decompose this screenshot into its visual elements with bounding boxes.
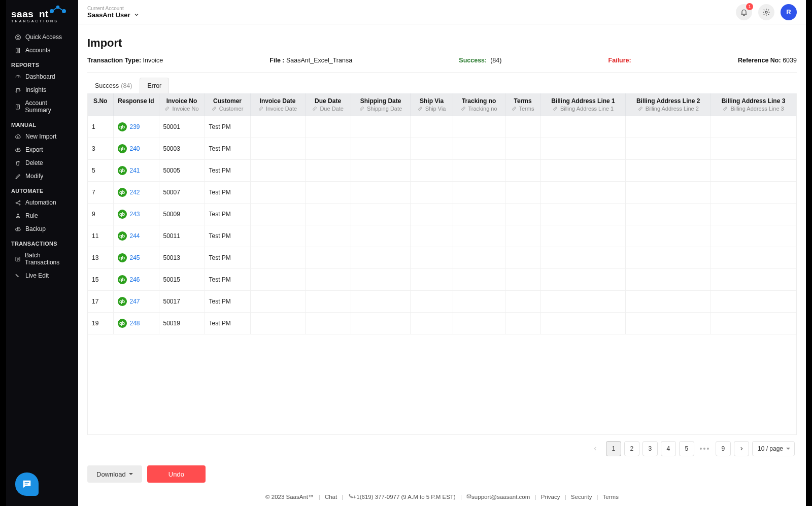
pagination: 12345 ••• 9 10 / page	[87, 435, 797, 462]
page-next[interactable]	[734, 441, 749, 456]
table-row: 13qb24550013Test PM	[88, 247, 796, 269]
download-button[interactable]: Download	[87, 465, 142, 483]
cell-empty	[250, 269, 305, 291]
sidebar-item-label: Quick Access	[25, 33, 62, 41]
sidebar-item-modify[interactable]: Modify	[6, 170, 78, 183]
cell-sno: 3	[88, 138, 113, 160]
page-number[interactable]: 4	[661, 441, 676, 456]
sidebar-item-quick-access[interactable]: Quick Access	[6, 30, 78, 44]
column-header[interactable]: Invoice Date Invoice Date	[250, 93, 305, 116]
column-header[interactable]: S.No	[88, 93, 113, 116]
list-icon	[14, 255, 21, 262]
doc-icon	[14, 103, 21, 110]
response-link[interactable]: 246	[130, 276, 140, 283]
response-link[interactable]: 245	[130, 254, 140, 261]
cell-invoice-no: 50011	[159, 225, 205, 247]
sidebar-heading-automate: AUTOMATE	[6, 183, 78, 196]
cell-empty	[411, 225, 453, 247]
tab-error[interactable]: Error	[140, 78, 169, 93]
cell-empty	[453, 116, 505, 138]
column-header[interactable]: Invoice No Invoice No	[159, 93, 205, 116]
cell-empty	[540, 291, 626, 313]
profile-button[interactable]: R	[781, 4, 797, 20]
response-link[interactable]: 247	[130, 298, 140, 305]
response-link[interactable]: 244	[130, 232, 140, 240]
cell-empty	[305, 138, 351, 160]
page-last[interactable]: 9	[716, 441, 731, 456]
column-header[interactable]: Due Date Due Date	[305, 93, 351, 116]
cell-empty	[540, 182, 626, 204]
footer-email-link[interactable]: support@saasant.com	[471, 494, 530, 500]
account-switcher[interactable]: Current Account SaasAnt User	[87, 6, 140, 19]
notifications-button[interactable]: 1	[736, 4, 752, 20]
column-header[interactable]: Terms Terms	[505, 93, 540, 116]
page-ellipsis[interactable]: •••	[697, 441, 713, 456]
sidebar-item-delete[interactable]: Delete	[6, 156, 78, 170]
sidebar-item-new-import[interactable]: New Import	[6, 130, 78, 143]
page-number[interactable]: 1	[606, 441, 621, 456]
page-number[interactable]: 5	[679, 441, 694, 456]
sidebar-item-batch-transactions[interactable]: Batch Transactions	[6, 249, 78, 269]
footer-privacy-link[interactable]: Privacy	[541, 494, 560, 500]
column-header[interactable]: Tracking no Tracking no	[453, 93, 505, 116]
page-number[interactable]: 3	[642, 441, 658, 456]
page-number[interactable]: 2	[624, 441, 639, 456]
response-link[interactable]: 248	[130, 320, 140, 327]
sidebar-item-label: Live Edit	[25, 272, 49, 279]
cell-empty	[250, 204, 305, 225]
sidebar-item-backup[interactable]: Backup	[6, 222, 78, 235]
undo-button[interactable]: Undo	[147, 465, 206, 483]
tab-success[interactable]: Success(84)	[87, 78, 140, 93]
cell-empty	[540, 269, 626, 291]
footer-chat-link[interactable]: Chat	[325, 494, 337, 500]
cell-empty	[351, 269, 411, 291]
cell-empty	[250, 291, 305, 313]
sidebar-item-automation[interactable]: Automation	[6, 196, 78, 209]
sidebar-item-insights[interactable]: Insights	[6, 83, 78, 96]
response-link[interactable]: 241	[130, 167, 140, 174]
cell-empty	[540, 204, 626, 225]
response-link[interactable]: 239	[130, 123, 140, 130]
column-header[interactable]: Ship Via Ship Via	[411, 93, 453, 116]
sidebar-item-export[interactable]: Export	[6, 143, 78, 156]
cell-empty	[250, 247, 305, 269]
chat-fab[interactable]	[15, 473, 39, 496]
svg-text:TRANSACTIONS: TRANSACTIONS	[11, 19, 58, 23]
trash-icon	[14, 159, 21, 166]
settings-button[interactable]	[758, 4, 774, 20]
results-table-wrap[interactable]: S.NoResponse IdInvoice No Invoice NoCust…	[87, 93, 797, 435]
cell-empty	[351, 247, 411, 269]
cell-sno: 9	[88, 204, 113, 225]
sidebar-item-account-summary[interactable]: Account Summary	[6, 96, 78, 117]
response-link[interactable]: 243	[130, 211, 140, 218]
cell-customer: Test PM	[205, 116, 250, 138]
footer-security-link[interactable]: Security	[571, 494, 592, 500]
cell-empty	[351, 160, 411, 182]
page-size-select[interactable]: 10 / page	[752, 441, 795, 456]
cell-empty	[250, 313, 305, 334]
footer-terms-link[interactable]: Terms	[603, 494, 619, 500]
response-link[interactable]: 242	[130, 189, 140, 196]
cell-empty	[250, 160, 305, 182]
cell-empty	[453, 225, 505, 247]
page-prev[interactable]	[588, 441, 603, 456]
column-header[interactable]: Customer Customer	[205, 93, 250, 116]
cell-empty	[626, 291, 711, 313]
cell-response-id: qb240	[113, 138, 159, 160]
column-header[interactable]: Billing Address Line 2 Billing Address L…	[626, 93, 711, 116]
sidebar-item-accounts[interactable]: Accounts	[6, 44, 78, 57]
column-header[interactable]: Billing Address Line 3 Billing Address L…	[711, 93, 796, 116]
response-link[interactable]: 240	[130, 145, 140, 152]
cell-empty	[250, 138, 305, 160]
sidebar-item-live-edit[interactable]: Live Edit	[6, 269, 78, 282]
sidebar-item-dashboard[interactable]: Dashboard	[6, 70, 78, 83]
column-header[interactable]: Response Id	[113, 93, 159, 116]
column-header[interactable]: Shipping Date Shipping Date	[351, 93, 411, 116]
cell-empty	[540, 313, 626, 334]
cell-empty	[505, 138, 540, 160]
column-header[interactable]: Billing Address Line 1 Billing Address L…	[540, 93, 626, 116]
quickbooks-icon: qb	[118, 253, 127, 262]
sidebar-item-rule[interactable]: Rule	[6, 209, 78, 222]
sidebar-heading-manual: MANUAL	[6, 117, 78, 130]
cell-response-id: qb244	[113, 225, 159, 247]
